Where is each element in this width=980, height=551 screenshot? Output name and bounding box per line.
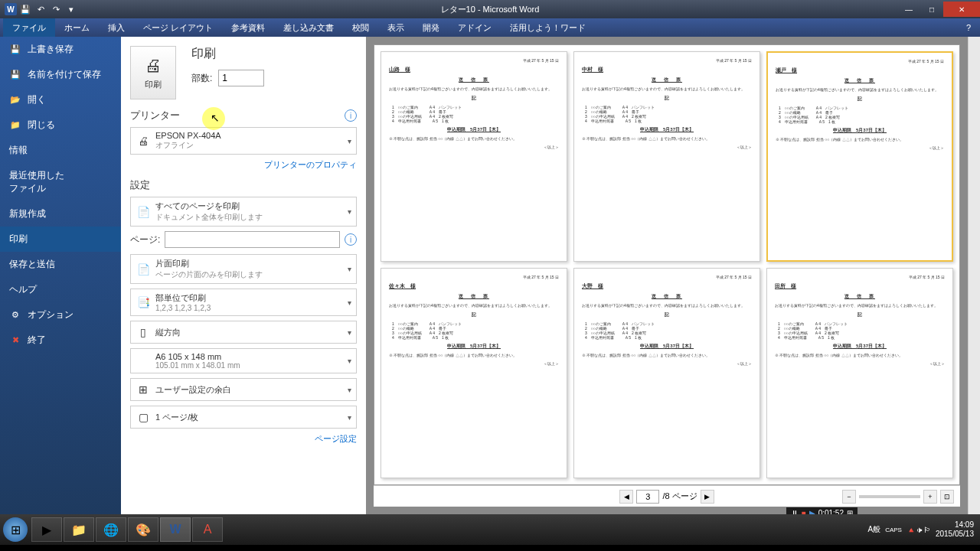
tab-layout[interactable]: ページ レイアウト: [134, 18, 222, 37]
taskbar-item[interactable]: 🎨: [128, 517, 158, 542]
copies-label: 部数:: [191, 72, 212, 85]
sidebar-item-saveas[interactable]: 💾名前を付けて保存: [0, 62, 121, 87]
margins-select[interactable]: ⊞ ユーザー設定の余白: [130, 378, 357, 401]
preview-page[interactable]: 平成 27 年 5 月 15 日中村 様送 信 票お送りする資料が下記の4種類ご…: [573, 51, 760, 262]
tab-file[interactable]: ファイル: [3, 18, 55, 37]
duplex-select[interactable]: 📄 片面印刷ページの片面のみを印刷します: [130, 254, 357, 284]
tray-icons[interactable]: 🔺🕩🏳: [906, 526, 931, 534]
preview-page[interactable]: 平成 27 年 5 月 15 日田所 様送 信 票お送りする資料が下記の4種類ご…: [766, 268, 953, 478]
pages-icon: 📄: [136, 204, 151, 220]
preview-page[interactable]: 平成 27 年 5 月 15 日瀬戸 様送 信 票お送りする資料が下記の4種類ご…: [766, 51, 953, 262]
printer-properties-link[interactable]: プリンターのプロパティ: [130, 159, 357, 171]
taskbar-item[interactable]: A: [192, 517, 223, 542]
sidebar-item-info[interactable]: 情報: [0, 138, 121, 163]
fit-page-button[interactable]: ⊡: [940, 490, 954, 504]
pages-per-sheet-select[interactable]: ▢ 1 ページ/枚: [130, 406, 357, 429]
redo-icon[interactable]: ↷: [49, 2, 63, 16]
saveas-icon: 💾: [9, 69, 21, 81]
tab-custom[interactable]: 活用しよう！ワード: [501, 18, 595, 37]
sidebar-item-print[interactable]: 印刷: [0, 227, 121, 252]
printer-status-icon: 🖨: [136, 133, 151, 148]
pages-label: ページ:: [130, 233, 160, 246]
tab-references[interactable]: 参考資料: [222, 18, 274, 37]
start-button[interactable]: ⊞: [0, 514, 31, 545]
help-icon[interactable]: ?: [960, 23, 977, 32]
sidebar-item-recent[interactable]: 最近使用した ファイル: [0, 163, 121, 201]
info-icon[interactable]: i: [345, 233, 357, 246]
printer-select[interactable]: 🖨 EPSON PX-404A オフライン: [130, 127, 357, 155]
sidebar-item-share[interactable]: 保存と送信: [0, 252, 121, 277]
clock[interactable]: 14:09 2015/05/13: [936, 520, 974, 539]
minimize-button[interactable]: —: [897, 2, 920, 17]
zoom-out-button[interactable]: −: [842, 490, 856, 504]
paper-size-select[interactable]: A6 105 x 148 mm105.01 mm x 148.01 mm: [130, 348, 357, 373]
caps-indicator: CAPS: [885, 527, 902, 533]
taskbar-item[interactable]: ▶: [31, 517, 62, 542]
settings-section-label: 設定: [130, 178, 150, 192]
exit-icon: ✖: [9, 334, 21, 347]
print-title: 印刷: [191, 46, 264, 62]
gear-icon: ⚙: [9, 309, 21, 321]
page-number-input[interactable]: [636, 490, 659, 504]
tab-home[interactable]: ホーム: [55, 18, 99, 37]
preview-scrollbar[interactable]: [968, 37, 980, 514]
tab-insert[interactable]: 挿入: [99, 18, 134, 37]
sidebar-item-new[interactable]: 新規作成: [0, 201, 121, 227]
taskbar: ⊞ ▶ 📁 🌐 🎨 W A A般 CAPS 🔺🕩🏳 14:09 2015/05/…: [0, 514, 980, 545]
undo-icon[interactable]: ↶: [34, 2, 47, 16]
taskbar-item[interactable]: 📁: [64, 517, 94, 542]
info-icon[interactable]: i: [345, 109, 357, 122]
sidebar-item-help[interactable]: ヘルプ: [0, 277, 121, 302]
word-app-icon: W: [5, 3, 17, 15]
sidebar-item-close[interactable]: 📁閉じる: [0, 112, 121, 138]
taskbar-item[interactable]: W: [160, 517, 191, 542]
printer-section-label: プリンター: [130, 109, 180, 122]
pages-input[interactable]: [165, 231, 340, 248]
next-page-button[interactable]: ▶: [701, 490, 714, 504]
sidebar-item-save[interactable]: 💾上書き保存: [0, 37, 121, 62]
zoom-slider[interactable]: [859, 495, 920, 498]
orientation-select[interactable]: ▯ 縦方向: [130, 321, 357, 344]
close-button[interactable]: ✕: [943, 2, 980, 17]
cursor-icon: ↖: [211, 112, 220, 124]
duplex-icon: 📄: [136, 262, 151, 277]
margins-icon: ⊞: [136, 382, 151, 397]
tab-review[interactable]: 校閲: [343, 18, 378, 37]
open-icon: 📂: [9, 94, 21, 106]
sidebar-item-open[interactable]: 📂開く: [0, 87, 121, 112]
close-icon: 📁: [9, 119, 21, 132]
taskbar-item[interactable]: 🌐: [96, 517, 126, 542]
print-preview: 平成 27 年 5 月 15 日山路 様送 信 票お送りする資料が下記の4種類ご…: [366, 37, 968, 514]
portrait-icon: ▯: [136, 324, 151, 340]
zoom-in-button[interactable]: +: [923, 490, 937, 504]
page-setup-link[interactable]: ページ設定: [130, 433, 357, 445]
save-icon[interactable]: 💾: [18, 2, 32, 16]
window-title: レター10 - Microsoft Word: [441, 4, 540, 15]
ime-status[interactable]: A般: [867, 524, 880, 535]
print-settings-panel: 🖨 印刷 印刷 部数: プリンターi 🖨 EPSON PX-404A オフライン: [121, 37, 366, 514]
printer-icon: 🖨: [145, 56, 162, 76]
collate-icon: 📑: [136, 295, 151, 310]
print-button[interactable]: 🖨 印刷: [130, 46, 176, 99]
tab-view[interactable]: 表示: [378, 18, 413, 37]
ribbon-tabs: ファイル ホーム 挿入 ページ レイアウト 参考資料 差し込み文書 校閲 表示 …: [0, 18, 980, 37]
qat-dropdown-icon[interactable]: ▾: [64, 2, 78, 16]
page-total: /8 ページ: [662, 491, 697, 502]
sidebar-item-options[interactable]: ⚙オプション: [0, 302, 121, 328]
copies-input[interactable]: [218, 70, 264, 86]
preview-page[interactable]: 平成 27 年 5 月 15 日大野 様送 信 票お送りする資料が下記の4種類ご…: [573, 268, 760, 478]
maximize-button[interactable]: □: [920, 2, 943, 17]
backstage-sidebar: 💾上書き保存 💾名前を付けて保存 📂開く 📁閉じる 情報 最近使用した ファイル…: [0, 37, 121, 514]
sidebar-item-exit[interactable]: ✖終了: [0, 328, 121, 353]
print-scope-select[interactable]: 📄 すべてのページを印刷ドキュメント全体を印刷します: [130, 197, 357, 227]
preview-page[interactable]: 平成 27 年 5 月 15 日山路 様送 信 票お送りする資料が下記の4種類ご…: [381, 51, 567, 262]
preview-page[interactable]: 平成 27 年 5 月 15 日佐々木 様送 信 票お送りする資料が下記の4種類…: [381, 268, 567, 478]
tab-developer[interactable]: 開発: [413, 18, 449, 37]
tab-addins[interactable]: アドイン: [449, 18, 501, 37]
prev-page-button[interactable]: ◀: [619, 490, 633, 504]
tab-mailings[interactable]: 差し込み文書: [274, 18, 343, 37]
per-sheet-icon: ▢: [136, 409, 151, 425]
collate-select[interactable]: 📑 部単位で印刷1,2,3 1,2,3 1,2,3: [130, 289, 357, 316]
save-icon: 💾: [9, 44, 21, 56]
